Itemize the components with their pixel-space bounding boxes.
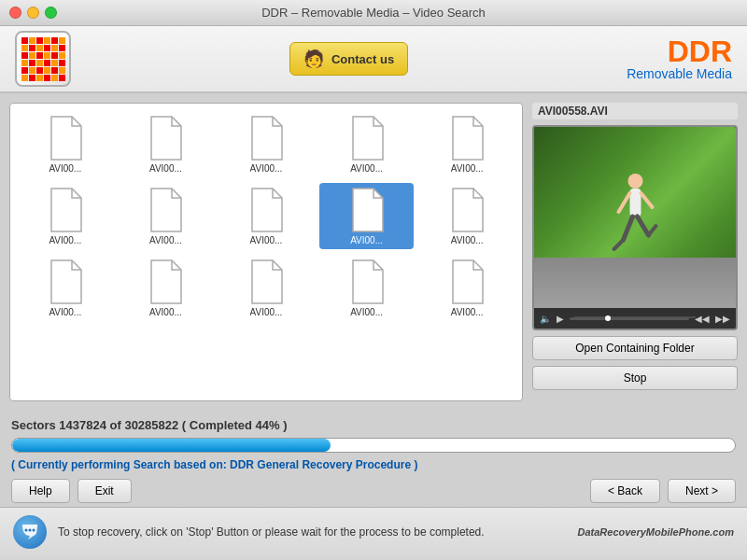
file-label: AVI00...	[49, 163, 81, 174]
file-icon	[447, 187, 486, 233]
file-label: AVI00...	[250, 163, 283, 174]
progress-bar-container	[11, 438, 736, 453]
file-item[interactable]: AVI00...	[119, 255, 214, 321]
stop-button[interactable]: Stop	[532, 366, 738, 390]
file-icon	[247, 187, 286, 233]
file-item[interactable]: AVI00...	[218, 111, 314, 177]
status-text: To stop recovery, click on 'Stop' Button…	[58, 525, 567, 539]
svg-line-6	[638, 217, 649, 235]
file-label: AVI00...	[451, 307, 484, 317]
contact-icon: 🧑	[303, 49, 324, 69]
minimize-button[interactable]	[27, 7, 39, 19]
file-label: AVI00...	[350, 307, 383, 317]
file-item[interactable]: AVI00...	[319, 255, 415, 321]
file-grid-container[interactable]: AVI00... AVI00... AVI00... AVI00... AVI0…	[9, 103, 523, 401]
file-label: AVI00...	[149, 163, 182, 174]
procedure-info: ( Currently performing Search based on: …	[11, 458, 736, 471]
file-item[interactable]: AVI00...	[419, 111, 514, 177]
runner-figure	[610, 170, 661, 273]
main-content: AVI00... AVI00... AVI00... AVI00... AVI0…	[0, 93, 747, 411]
file-label: AVI00...	[451, 163, 484, 174]
file-label: AVI00...	[149, 307, 182, 317]
video-controls: 🔈 ▶ ◀◀ ▶▶	[534, 308, 736, 329]
file-icon	[146, 187, 185, 233]
svg-line-3	[641, 193, 653, 207]
file-icon	[247, 259, 286, 305]
watermark: DataRecoveryMobilePhone.com	[578, 526, 735, 538]
next-button[interactable]: Next >	[668, 479, 736, 503]
file-label: AVI00...	[250, 235, 283, 245]
file-icon	[46, 259, 85, 305]
file-label: AVI00...	[250, 307, 283, 317]
svg-point-8	[25, 529, 28, 532]
svg-line-7	[649, 226, 656, 235]
file-icon	[146, 115, 185, 161]
title-bar: DDR – Removable Media – Video Search	[0, 0, 747, 26]
window-title: DDR – Removable Media – Video Search	[261, 6, 486, 20]
file-item[interactable]: AVI00...	[319, 183, 415, 249]
help-button[interactable]: Help	[11, 479, 70, 503]
volume-icon[interactable]: 🔈	[540, 314, 551, 324]
file-label: AVI00...	[149, 235, 182, 245]
file-icon	[347, 259, 387, 305]
app-logo	[15, 31, 71, 87]
file-label: AVI00...	[49, 307, 81, 317]
preview-video: 🔈 ▶ ◀◀ ▶▶	[532, 125, 738, 330]
open-folder-button[interactable]: Open Containing Folder	[532, 336, 738, 360]
contact-label: Contact us	[331, 52, 394, 66]
file-item[interactable]: AVI00...	[18, 255, 113, 321]
video-image	[534, 127, 736, 329]
file-icon	[447, 259, 486, 305]
file-item[interactable]: AVI00...	[419, 183, 514, 249]
file-icon	[447, 115, 486, 161]
logo-grid	[21, 37, 65, 81]
file-item[interactable]: AVI00...	[18, 183, 113, 249]
file-icon	[46, 187, 85, 233]
back-button[interactable]: < Back	[590, 479, 660, 503]
exit-button[interactable]: Exit	[78, 479, 132, 503]
file-item[interactable]: AVI00...	[319, 111, 415, 177]
file-item[interactable]: AVI00...	[218, 183, 314, 249]
svg-point-9	[29, 529, 32, 532]
status-bar: To stop recovery, click on 'Stop' Button…	[0, 507, 747, 556]
ddr-title: DDR	[627, 36, 732, 66]
svg-line-4	[624, 217, 633, 240]
svg-line-5	[614, 240, 624, 249]
status-icon	[13, 515, 47, 549]
video-progress-track[interactable]	[570, 317, 689, 320]
fastforward-icon[interactable]: ▶▶	[715, 314, 730, 324]
svg-point-10	[33, 529, 35, 532]
file-label: AVI00...	[350, 235, 383, 245]
preview-filename: AVI00558.AVI	[532, 103, 738, 119]
bottom-area: Sectors 1437824 of 30285822 ( Completed …	[0, 411, 747, 507]
close-button[interactable]	[9, 7, 21, 19]
progress-bar-fill	[12, 439, 331, 452]
file-label: AVI00...	[451, 235, 484, 245]
file-icon	[247, 115, 286, 161]
file-item[interactable]: AVI00...	[18, 111, 113, 177]
maximize-button[interactable]	[45, 7, 57, 19]
file-icon	[46, 115, 85, 161]
window-controls	[9, 7, 57, 19]
header: 🧑 Contact us DDR Removable Media	[0, 26, 747, 93]
file-item[interactable]: AVI00...	[419, 255, 514, 321]
file-label: AVI00...	[350, 163, 383, 174]
svg-line-2	[619, 193, 630, 212]
file-icon	[347, 115, 387, 161]
preview-panel: AVI00558.AVI	[532, 103, 738, 401]
rewind-icon[interactable]: ◀◀	[695, 314, 710, 324]
file-icon	[347, 187, 387, 233]
file-item[interactable]: AVI00...	[119, 111, 214, 177]
svg-point-0	[628, 174, 643, 189]
ddr-branding: DDR Removable Media	[627, 36, 732, 81]
play-icon[interactable]: ▶	[557, 314, 564, 324]
file-item[interactable]: AVI00...	[218, 255, 314, 321]
video-progress-thumb	[605, 315, 611, 321]
file-item[interactable]: AVI00...	[119, 183, 214, 249]
file-label: AVI00...	[49, 235, 81, 245]
ddr-subtitle: Removable Media	[627, 66, 732, 81]
contact-button[interactable]: 🧑 Contact us	[289, 42, 408, 76]
nav-buttons: Help Exit < Back Next >	[11, 479, 736, 503]
speech-bubble-icon	[21, 523, 39, 541]
file-grid: AVI00... AVI00... AVI00... AVI00... AVI0…	[18, 111, 514, 321]
